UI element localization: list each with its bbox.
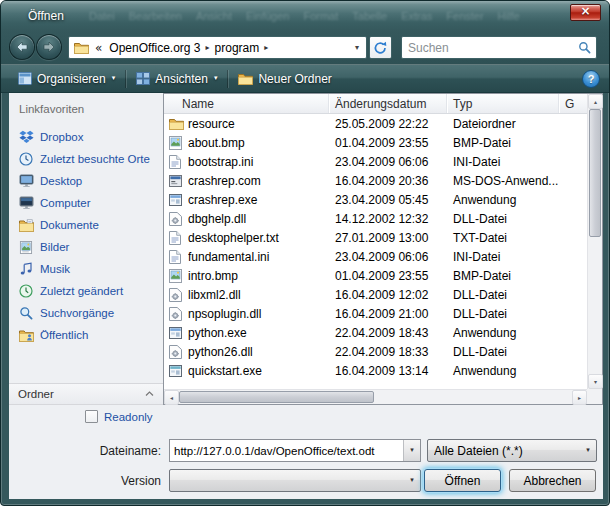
chevron-down-icon: ▾: [112, 75, 116, 82]
sidebar-item-music[interactable]: Musik: [9, 258, 163, 280]
folder-icon: [164, 118, 188, 130]
filename-dropdown-button[interactable]: ▾: [403, 440, 420, 461]
crumb-separator-icon[interactable]: ▸: [263, 44, 269, 52]
dll-file-icon: [164, 288, 188, 302]
sidebar: Linkfavoriten Dropbox Zuletzt besuchte O…: [9, 93, 163, 405]
command-bar: Organisieren ▾ Ansichten ▾ Neuer Ordner …: [1, 64, 609, 93]
msdos-file-icon: [164, 175, 188, 187]
filename-label: Dateiname:: [9, 444, 161, 458]
cancel-button[interactable]: Abbrechen: [509, 469, 596, 492]
version-label: Version: [9, 474, 161, 488]
pictures-icon: [18, 241, 34, 254]
sidebar-item-computer[interactable]: Computer: [9, 192, 163, 214]
scroll-down-button[interactable]: ▾: [588, 374, 603, 389]
window-title: Öffnen: [28, 9, 64, 23]
file-row[interactable]: python.exe 22.04.2009 18:43 Anwendung: [164, 323, 587, 342]
readonly-checkbox[interactable]: [85, 410, 98, 423]
horizontal-scrollbar[interactable]: ◂ ▸: [164, 389, 587, 404]
vertical-scroll-thumb[interactable]: [589, 109, 601, 237]
new-folder-button[interactable]: Neuer Ordner: [230, 68, 339, 90]
filename-input[interactable]: [170, 445, 403, 457]
image-file-icon: [164, 269, 188, 283]
sidebar-item-desktop[interactable]: Desktop: [9, 170, 163, 192]
open-button[interactable]: Öffnen: [424, 469, 501, 492]
folders-expander[interactable]: Ordner: [9, 383, 163, 405]
favorites-list: Dropbox Zuletzt besuchte Orte Desktop: [9, 126, 163, 346]
organize-button[interactable]: Organisieren ▾: [10, 68, 123, 90]
sidebar-item-searches[interactable]: Suchvorgänge: [9, 302, 163, 324]
scroll-up-button[interactable]: ▴: [588, 94, 603, 109]
refresh-button[interactable]: [369, 36, 392, 59]
navigation-bar: « OpenOffice.org 3 ▸ program ▸ ▾: [1, 31, 609, 64]
help-icon: ?: [588, 73, 595, 85]
music-icon: [18, 262, 34, 276]
sidebar-item-dropbox[interactable]: Dropbox: [9, 126, 163, 148]
file-row[interactable]: fundamental.ini 23.04.2009 06:06 INI-Dat…: [164, 247, 587, 266]
file-row[interactable]: quickstart.exe 16.04.2009 13:14 Anwendun…: [164, 361, 587, 380]
forward-arrow-icon: [42, 41, 56, 53]
image-file-icon: [164, 136, 188, 150]
breadcrumb-dropdown-button[interactable]: ▾: [350, 44, 364, 52]
column-header-name[interactable]: Name: [164, 94, 329, 113]
file-row[interactable]: crashrep.exe 23.04.2009 05:45 Anwendung: [164, 190, 587, 209]
file-row[interactable]: dbghelp.dll 14.12.2002 12:32 DLL-Datei: [164, 209, 587, 228]
file-row[interactable]: python26.dll 22.04.2009 18:33 DLL-Datei: [164, 342, 587, 361]
toolbar-separator: [227, 70, 228, 88]
version-combobox[interactable]: ▾: [169, 469, 421, 492]
back-button[interactable]: [9, 34, 35, 60]
chevron-down-icon: ▾: [214, 75, 218, 82]
text-file-icon: [164, 231, 188, 245]
views-button[interactable]: Ansichten ▾: [128, 68, 225, 90]
search-input[interactable]: [402, 41, 572, 55]
desktop-icon: [18, 174, 34, 188]
sidebar-item-pictures[interactable]: Bilder: [9, 236, 163, 258]
chevron-up-icon: [145, 391, 154, 397]
dialog-body: Linkfavoriten Dropbox Zuletzt besuchte O…: [9, 93, 603, 499]
filetype-combobox[interactable]: Alle Dateien (*.*) ▾: [427, 439, 597, 462]
file-list: Name Änderungsdatum Typ G resource 25.05…: [163, 93, 603, 405]
filename-combobox[interactable]: ▾: [169, 439, 421, 462]
close-button[interactable]: ×: [570, 4, 601, 21]
public-folder-icon: [18, 329, 34, 342]
breadcrumb-item-openoffice[interactable]: OpenOffice.org 3: [105, 41, 204, 55]
file-row[interactable]: resource 25.05.2009 22:22 Dateiordner: [164, 114, 587, 133]
background-menu-text: Datei Bearbeiten Ansicht Einfügen Format…: [89, 10, 520, 22]
column-header-date[interactable]: Änderungsdatum: [329, 94, 447, 113]
new-folder-icon: [238, 73, 253, 85]
file-row[interactable]: crashrep.com 16.04.2009 20:36 MS-DOS-Anw…: [164, 171, 587, 190]
vertical-scrollbar[interactable]: ▴ ▾: [587, 94, 602, 389]
breadcrumb[interactable]: « OpenOffice.org 3 ▸ program ▸ ▾: [68, 36, 367, 59]
search-icon[interactable]: [572, 41, 596, 54]
filetype-value: Alle Dateien (*.*): [434, 444, 580, 458]
scroll-left-button[interactable]: ◂: [164, 390, 179, 405]
readonly-label[interactable]: Readonly: [104, 411, 153, 423]
help-button[interactable]: ?: [582, 70, 600, 88]
column-header-type[interactable]: Typ: [447, 94, 559, 113]
sidebar-item-public[interactable]: Öffentlich: [9, 324, 163, 346]
refresh-icon: [373, 41, 388, 55]
application-icon: [164, 327, 188, 339]
file-row[interactable]: about.bmp 01.04.2009 23:55 BMP-Datei: [164, 133, 587, 152]
toolbar-separator: [125, 70, 126, 88]
sidebar-item-recently-changed[interactable]: Zuletzt geändert: [9, 280, 163, 302]
file-row[interactable]: desktophelper.txt 27.01.2009 13:00 TXT-D…: [164, 228, 587, 247]
file-row[interactable]: libxml2.dll 16.04.2009 12:02 DLL-Datei: [164, 285, 587, 304]
recently-changed-icon: [18, 284, 34, 298]
chevron-down-icon: ▾: [580, 447, 596, 454]
horizontal-scroll-thumb[interactable]: [179, 391, 374, 403]
titlebar[interactable]: Datei Bearbeiten Ansicht Einfügen Format…: [1, 1, 609, 31]
open-dialog-window: Datei Bearbeiten Ansicht Einfügen Format…: [0, 0, 610, 506]
file-row[interactable]: intro.bmp 01.04.2009 23:55 BMP-Datei: [164, 266, 587, 285]
forward-button[interactable]: [36, 34, 62, 60]
scroll-right-button[interactable]: ▸: [572, 390, 587, 405]
sidebar-item-recent-places[interactable]: Zuletzt besuchte Orte: [9, 148, 163, 170]
column-header-size[interactable]: G: [559, 94, 587, 113]
breadcrumb-item-program[interactable]: program: [211, 41, 264, 55]
filename-row: Dateiname: ▾ Alle Dateien (*.*) ▾: [9, 439, 603, 462]
text-file-icon: [164, 250, 188, 264]
search-box[interactable]: [401, 36, 597, 59]
breadcrumb-overflow-button[interactable]: «: [92, 42, 105, 54]
file-row[interactable]: npsoplugin.dll 16.04.2009 21:00 DLL-Date…: [164, 304, 587, 323]
sidebar-item-documents[interactable]: Dokumente: [9, 214, 163, 236]
file-row[interactable]: bootstrap.ini 23.04.2009 06:06 INI-Datei: [164, 152, 587, 171]
